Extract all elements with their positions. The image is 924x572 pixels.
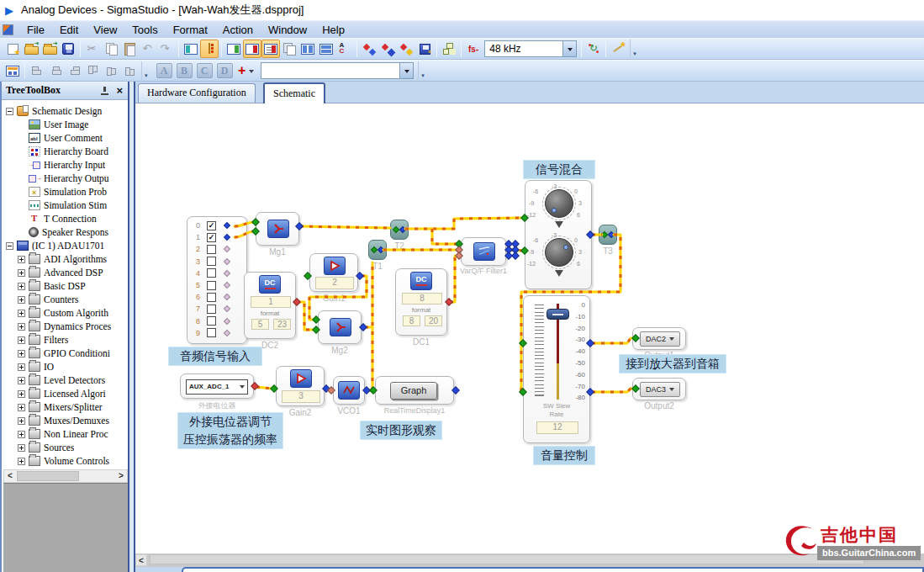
t1-connection[interactable] xyxy=(368,240,387,260)
channel-checkbox[interactable] xyxy=(207,305,216,314)
tab-hardware-configuration[interactable]: Hardware Configuration xyxy=(138,83,256,103)
toolbar-grip[interactable] xyxy=(630,40,640,58)
mix-knob-2[interactable] xyxy=(545,238,573,267)
mg1-block[interactable] xyxy=(256,212,299,246)
channel-checkbox[interactable] xyxy=(207,293,216,302)
tree-expander[interactable] xyxy=(18,323,25,331)
duplicate-window-button[interactable] xyxy=(280,40,298,58)
volume-block[interactable]: 0-10-20-30-40-50-60-70-80 SW Slew Rate 1… xyxy=(523,295,590,443)
undo-button[interactable] xyxy=(139,40,157,58)
scroll-left-icon[interactable]: < xyxy=(4,470,16,482)
tree-item-schematic-design[interactable]: Schematic Design xyxy=(2,104,128,118)
channel-checkbox[interactable] xyxy=(207,281,216,290)
channel-checkbox[interactable]: ✓ xyxy=(207,233,216,242)
tree-expander[interactable] xyxy=(18,350,25,358)
hardware-config-window-button[interactable] xyxy=(224,40,243,58)
tree-item-ic-1-adau1701[interactable]: (IC 1) ADAU1701 xyxy=(2,239,128,252)
dc2-value[interactable]: 1 xyxy=(251,296,291,308)
tree-expander[interactable] xyxy=(18,377,25,384)
channel-d-button[interactable]: D xyxy=(217,63,233,78)
tree-item-hierarchy-board[interactable]: Hierarchy Board xyxy=(2,145,128,158)
channel-checkbox[interactable] xyxy=(207,328,216,337)
tree-item-filters[interactable]: Filters xyxy=(2,333,128,347)
add-schematic-button[interactable]: + xyxy=(238,64,254,77)
hierarchy-combo[interactable] xyxy=(261,62,414,79)
tree-item-hierarchy-input[interactable]: Hierarchy Input xyxy=(2,158,128,172)
menu-window[interactable]: Window xyxy=(261,23,314,37)
gain2-value[interactable]: 3 xyxy=(282,390,320,403)
paste-button[interactable] xyxy=(120,40,139,58)
save-project-button[interactable] xyxy=(59,40,77,58)
tree-item-adi-algorithms[interactable]: ADI Algorithms xyxy=(2,252,128,266)
tree-item-advanced-dsp[interactable]: Advanced DSP xyxy=(2,266,128,279)
menu-file[interactable]: File xyxy=(19,23,52,37)
vco-block[interactable] xyxy=(333,376,365,405)
dc1-block[interactable]: DC 8 format 8 20 xyxy=(395,268,447,336)
tree-item-basic-dsp[interactable]: Basic DSP xyxy=(2,279,128,293)
tree-item-user-comment[interactable]: User Comment xyxy=(2,131,128,145)
new-project-button[interactable] xyxy=(3,40,22,58)
realtime-display-block[interactable]: Graph xyxy=(375,376,454,405)
pin-icon[interactable] xyxy=(101,86,108,95)
stack-windows-button[interactable] xyxy=(317,40,335,58)
link-compile-download-button[interactable] xyxy=(360,40,378,58)
tree-expander[interactable] xyxy=(18,296,25,304)
sort-names-button[interactable] xyxy=(335,40,354,58)
amp-annotation[interactable]: 接到放大器到音箱 xyxy=(619,354,726,373)
menu-tools[interactable]: Tools xyxy=(124,23,165,37)
tree-expander[interactable] xyxy=(18,444,25,452)
dac2-dropdown[interactable]: DAC2 xyxy=(640,331,680,347)
tree-item-mixers-splitter[interactable]: Mixers/Splitter xyxy=(2,400,128,414)
tree-item-licensed-algori[interactable]: Licensed Algori xyxy=(2,387,128,400)
blue-pin[interactable] xyxy=(224,222,230,229)
channel-a-button[interactable]: A xyxy=(156,63,172,78)
pink-pin[interactable] xyxy=(224,305,230,312)
capture-window-button[interactable] xyxy=(261,40,280,58)
toolbar-grip[interactable] xyxy=(418,61,428,80)
redo-button[interactable] xyxy=(157,40,176,58)
tree-expander[interactable] xyxy=(18,431,25,438)
tree-expander[interactable] xyxy=(18,336,25,344)
tree-expander[interactable] xyxy=(18,417,25,425)
dc1-int-bits[interactable]: 8 xyxy=(403,315,420,326)
tree-item-level-detectors[interactable]: Level Detectors xyxy=(2,373,128,387)
dc2-int-bits[interactable]: 5 xyxy=(251,319,269,330)
tree-expander[interactable] xyxy=(6,242,13,250)
align-center-button[interactable] xyxy=(46,61,65,80)
gain1-value[interactable]: 2 xyxy=(315,277,354,289)
tree-expander[interactable] xyxy=(18,390,25,398)
output2-block[interactable]: DAC3 xyxy=(632,378,686,400)
cut-button[interactable] xyxy=(83,40,102,58)
scroll-right-icon[interactable]: > xyxy=(115,470,127,482)
tree-item-simulation-prob[interactable]: Simulation Prob xyxy=(2,185,128,199)
pink-pin[interactable] xyxy=(224,270,230,277)
tree-expander[interactable] xyxy=(18,363,25,371)
channel-b-button[interactable]: B xyxy=(177,63,193,78)
tree-item-non-linear-proc[interactable]: Non Linear Proc xyxy=(2,427,128,441)
gain2-block[interactable]: 3 xyxy=(276,366,325,406)
scrollbar-thumb[interactable] xyxy=(17,471,79,481)
tuning-wand-button[interactable] xyxy=(609,40,627,58)
tab-schematic[interactable]: Schematic xyxy=(263,82,325,103)
tree-expander[interactable] xyxy=(18,404,25,411)
link-compile-connect-button[interactable] xyxy=(378,40,397,58)
display-annotation[interactable]: 实时图形观察 xyxy=(360,421,442,440)
dc1-frac-bits[interactable]: 20 xyxy=(425,315,442,326)
resync-sample-rate-button[interactable] xyxy=(584,40,603,58)
scroll-left-icon[interactable]: < xyxy=(135,554,147,566)
tree-expander[interactable] xyxy=(18,269,25,277)
design-hierarchy-button[interactable] xyxy=(440,40,458,58)
channel-checkbox[interactable] xyxy=(207,316,216,326)
graph-button[interactable]: Graph xyxy=(390,382,437,400)
copy-button[interactable] xyxy=(102,40,120,58)
align-right-button[interactable] xyxy=(65,61,83,80)
pot-annotation[interactable]: 外接电位器调节 压控振荡器的频率 xyxy=(177,412,283,449)
tile-windows-button[interactable] xyxy=(298,40,317,58)
menu-view[interactable]: View xyxy=(86,23,124,37)
open-project-button[interactable] xyxy=(22,40,40,58)
tree-item-speaker-respons[interactable]: Speaker Respons xyxy=(2,225,128,239)
output1-block[interactable]: DAC2 xyxy=(632,327,686,350)
blue-pin[interactable] xyxy=(224,234,230,241)
schematic-window-button[interactable] xyxy=(243,40,261,58)
menu-action[interactable]: Action xyxy=(215,23,261,37)
